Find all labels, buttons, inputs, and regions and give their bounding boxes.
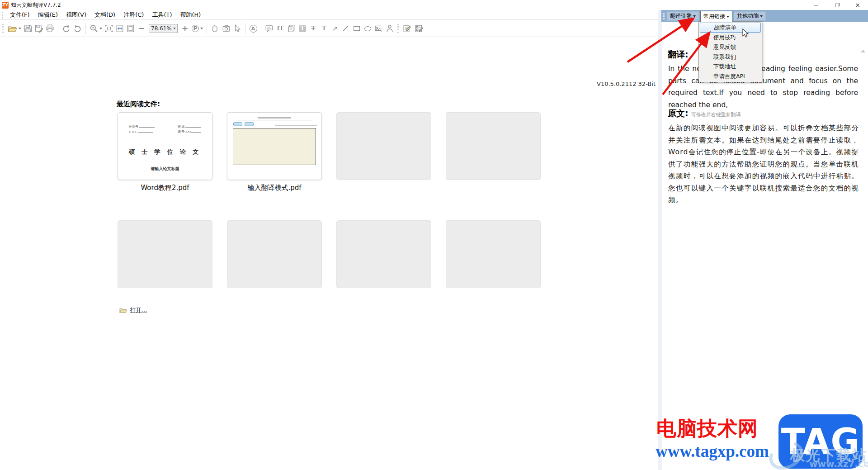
select-tool-button[interactable] bbox=[232, 23, 243, 34]
recent-file-placeholder bbox=[446, 220, 541, 288]
fit-page-button[interactable] bbox=[125, 23, 136, 34]
save-as-button[interactable] bbox=[33, 23, 44, 34]
edit-annotation-button[interactable] bbox=[401, 23, 413, 34]
version-label: V10.5.0.2112 32-Bit bbox=[588, 81, 656, 87]
rectangle-icon bbox=[354, 26, 360, 31]
fit-width-button[interactable] bbox=[114, 23, 125, 34]
note-edit-icon bbox=[403, 24, 412, 33]
menu-document[interactable]: 文档(D) bbox=[90, 10, 119, 20]
cursor-arrow-icon bbox=[233, 24, 241, 33]
toolbar-separator bbox=[261, 23, 261, 34]
form-edit-button[interactable] bbox=[413, 23, 425, 34]
menu-item-contact-us[interactable]: 联系我们 bbox=[700, 52, 761, 62]
minimize-icon bbox=[814, 5, 818, 5]
highlight-text-button[interactable]: T bbox=[297, 23, 308, 34]
rectangle-annotation-button[interactable] bbox=[351, 23, 362, 34]
ellipse-annotation-button[interactable] bbox=[362, 23, 373, 34]
menu-item-usage-tips[interactable]: 使用技巧 bbox=[700, 33, 761, 43]
menu-file[interactable]: 文件(F) bbox=[6, 10, 34, 20]
chevron-down-icon bbox=[173, 28, 176, 29]
source-note: 可修改后右键重新翻译 bbox=[691, 111, 741, 118]
hand-tool-button[interactable] bbox=[209, 23, 221, 34]
rotate-left-button[interactable] bbox=[61, 23, 72, 34]
menu-edit[interactable]: 编辑(E) bbox=[34, 10, 62, 20]
image-annotation-button[interactable] bbox=[373, 23, 384, 34]
recent-file-placeholder bbox=[336, 112, 431, 180]
strikeout-text-button[interactable]: T bbox=[308, 23, 319, 34]
scroll-up-icon[interactable] bbox=[861, 50, 865, 52]
toolbar-separator bbox=[58, 23, 58, 34]
thesis-title: 硕 士 学 位 论 文 bbox=[118, 148, 212, 156]
chevron-down-icon bbox=[99, 28, 102, 29]
recent-file-name[interactable]: 输入翻译模式.pdf bbox=[227, 184, 322, 192]
toolbar: 78.61% + P A IT T T T ↗ bbox=[0, 20, 658, 37]
tab-other-functions[interactable]: 其他功能 bbox=[734, 11, 766, 21]
recent-file-thumbnail[interactable] bbox=[227, 112, 322, 180]
close-button[interactable]: × bbox=[847, 0, 868, 10]
fit-visible-button[interactable] bbox=[104, 23, 114, 34]
translation-heading: 翻译: bbox=[668, 49, 689, 61]
translation-panel: 翻译: In the new reading view reading feel… bbox=[661, 22, 868, 470]
recent-file-placeholder bbox=[336, 220, 431, 288]
chevron-down-icon bbox=[200, 28, 203, 29]
arrow-annotation-button[interactable]: ↗ bbox=[330, 23, 340, 34]
recent-file-placeholder bbox=[118, 220, 212, 288]
toolbar-separator bbox=[85, 23, 86, 34]
minus-icon bbox=[139, 28, 144, 29]
open-file-link[interactable]: 打开... bbox=[130, 306, 147, 314]
minimize-button[interactable] bbox=[806, 0, 826, 10]
copy-text-button[interactable] bbox=[286, 23, 297, 34]
highlight-icon: T bbox=[299, 25, 306, 32]
menu-view[interactable]: 视图(V) bbox=[62, 10, 90, 20]
zoom-level-select[interactable]: 78.61% bbox=[149, 24, 178, 33]
menu-help[interactable]: 帮助(H) bbox=[176, 10, 205, 20]
underline-icon: T bbox=[322, 25, 326, 32]
save-button[interactable] bbox=[23, 23, 33, 34]
plus-icon: + bbox=[182, 25, 188, 33]
menu-item-feedback[interactable]: 意见反馈 bbox=[700, 42, 761, 52]
page-display-mode-button[interactable]: P bbox=[190, 23, 204, 34]
tab-common-links[interactable]: 常用链接 bbox=[700, 11, 732, 22]
stamp-button[interactable] bbox=[384, 23, 395, 34]
print-button[interactable] bbox=[44, 23, 56, 34]
open-file-button[interactable] bbox=[6, 23, 23, 34]
tag-logo: TAG bbox=[778, 414, 863, 469]
menu-annotation[interactable]: 注释(C) bbox=[119, 10, 148, 20]
panel-splitter[interactable] bbox=[658, 10, 661, 470]
recent-file-thumbnail[interactable]: 分类号 U D C 密 级 编 号 SXS 硕 士 学 位 论 文 请输入论文标… bbox=[118, 112, 212, 180]
toolbar-separator bbox=[207, 23, 207, 34]
toolbar-grip-icon bbox=[2, 12, 3, 19]
tab-translate-engine[interactable]: 翻译引擎 bbox=[667, 11, 699, 21]
zoom-in-button[interactable]: + bbox=[179, 23, 190, 34]
text-comment-button[interactable]: IT bbox=[275, 23, 286, 34]
app-logo-icon: ZY bbox=[2, 2, 9, 9]
rotate-right-button[interactable] bbox=[72, 23, 83, 34]
chevron-down-icon bbox=[19, 28, 21, 29]
printer-icon bbox=[46, 24, 54, 33]
zoom-out-button[interactable] bbox=[136, 23, 147, 34]
menu-tools[interactable]: 工具(T) bbox=[148, 10, 176, 20]
translation-text[interactable]: In the new reading view reading feeling … bbox=[668, 63, 858, 111]
search-text-button[interactable]: A bbox=[248, 23, 259, 34]
zoom-tool-button[interactable] bbox=[88, 23, 104, 34]
watermark-site-name: 电脑技术网 bbox=[656, 415, 758, 442]
source-heading-row: 原文: 可修改后右键重新翻译 bbox=[668, 108, 741, 119]
restore-button[interactable] bbox=[826, 0, 847, 10]
comment-button[interactable] bbox=[264, 23, 275, 34]
right-panel-tabstrip: 翻译引擎 常用链接 其他功能 bbox=[661, 10, 868, 22]
menu-item-fault-list[interactable]: 故障清单 bbox=[700, 23, 761, 33]
zoom-level-value: 78.61% bbox=[151, 25, 172, 32]
magnifier-plus-icon bbox=[90, 24, 98, 33]
tabstrip-grip-icon bbox=[663, 13, 665, 19]
comment-bubble-icon bbox=[265, 24, 274, 33]
underline-text-button[interactable]: T bbox=[319, 23, 330, 34]
source-text[interactable]: 在新的阅读视图中阅读更加容易。可以折叠文档某些部分并关注所需文本。如果在达到结尾… bbox=[668, 122, 859, 206]
recent-file-name[interactable]: Word教程2.pdf bbox=[118, 184, 212, 192]
search-icon: A bbox=[250, 25, 257, 33]
menu-item-download-address[interactable]: 下载地址 bbox=[700, 62, 761, 71]
ellipse-icon bbox=[364, 26, 371, 31]
line-annotation-button[interactable] bbox=[340, 23, 351, 34]
snapshot-button[interactable] bbox=[221, 23, 232, 34]
menu-item-apply-baidu-api[interactable]: 申请百度API bbox=[700, 71, 761, 81]
mini-doc-title-bar bbox=[258, 117, 291, 119]
